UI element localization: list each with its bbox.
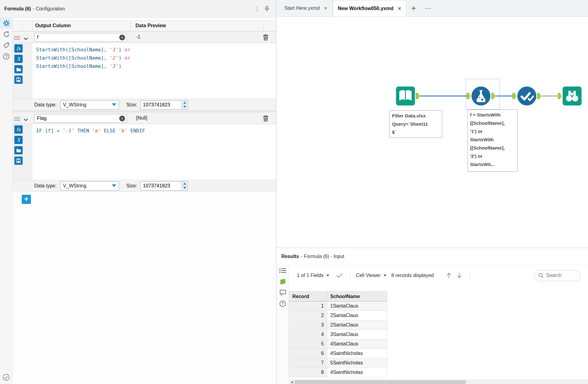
record-cell[interactable]: 3 bbox=[289, 320, 327, 330]
table-row[interactable]: 84SaintNicholas bbox=[289, 368, 387, 377]
fields-dropdown[interactable]: 1 of 1 Fields bbox=[297, 273, 329, 278]
close-tab-icon[interactable]: × bbox=[324, 5, 327, 12]
schoolname-cell[interactable]: 4SantaClaus bbox=[327, 339, 387, 349]
search-box[interactable] bbox=[534, 270, 581, 281]
schoolname-cell[interactable]: 2SantaClaus bbox=[327, 311, 387, 320]
schoolname-cell[interactable]: 3SantaClaus bbox=[327, 330, 387, 339]
folder-icon[interactable] bbox=[14, 65, 23, 73]
record-column-header[interactable]: Record bbox=[289, 292, 327, 301]
delete-expression-icon[interactable] bbox=[263, 115, 269, 123]
run-refresh-icon[interactable] bbox=[0, 29, 13, 40]
record-cell[interactable]: 1 bbox=[289, 301, 327, 311]
arrow-down-icon[interactable] bbox=[454, 270, 464, 281]
table-row[interactable]: 43SantaClaus bbox=[289, 330, 387, 339]
spinner-up-icon[interactable] bbox=[182, 101, 187, 105]
help-icon[interactable]: ? bbox=[276, 298, 289, 309]
new-tab-button[interactable]: + bbox=[406, 0, 421, 17]
cell-viewer-dropdown[interactable]: Cell Viewer bbox=[356, 273, 386, 278]
clear-icon[interactable]: × bbox=[119, 116, 125, 121]
record-cell[interactable]: 6 bbox=[289, 349, 327, 358]
table-row[interactable]: 64SaintNicholas bbox=[289, 349, 387, 358]
size-field[interactable] bbox=[140, 181, 182, 190]
functions-fx-icon[interactable]: fx bbox=[14, 44, 23, 53]
spinner-down-icon[interactable] bbox=[182, 105, 187, 109]
results-table: Record SchoolName 11SantaClaus22SantaCla… bbox=[289, 291, 387, 377]
apply-check-icon[interactable] bbox=[334, 270, 345, 281]
chevron-down-icon[interactable] bbox=[24, 117, 28, 122]
table-row[interactable]: 54SantaClaus bbox=[289, 339, 387, 349]
tool-browse[interactable] bbox=[562, 86, 582, 106]
save-icon[interactable] bbox=[14, 157, 23, 165]
arrow-up-icon[interactable] bbox=[444, 270, 454, 281]
kebab-menu-icon[interactable]: ⋮ bbox=[252, 4, 262, 14]
chevron-down-icon[interactable] bbox=[24, 36, 28, 41]
drag-handle-icon[interactable] bbox=[14, 35, 20, 41]
validation-check-icon bbox=[2, 374, 10, 382]
record-cell[interactable]: 5 bbox=[289, 339, 327, 349]
add-expression-button[interactable]: + bbox=[22, 195, 31, 204]
workflow-tab-bar: Start Here.yxmd × New Workflow050.yxmd ×… bbox=[276, 0, 588, 17]
workflow-canvas[interactable]: Filter Data.xlsx Query=`Sheet11 $` f = S… bbox=[276, 17, 588, 248]
folder-icon[interactable] bbox=[14, 146, 23, 154]
table-row[interactable]: 75SaintNicholas bbox=[289, 358, 387, 368]
record-cell[interactable]: 2 bbox=[289, 311, 327, 320]
help-icon[interactable]: ? bbox=[0, 51, 13, 62]
size-spinner[interactable] bbox=[182, 181, 188, 190]
data-type-dropdown[interactable]: V_WString bbox=[60, 181, 119, 190]
scrollbar-thumb[interactable] bbox=[294, 380, 466, 384]
tool-annotation-formula[interactable]: f = StartsWith ([SchoolName], '1') or St… bbox=[468, 109, 518, 172]
record-cell[interactable]: 8 bbox=[289, 368, 327, 377]
tool-formula[interactable] bbox=[471, 86, 491, 106]
schoolname-cell[interactable]: 4SaintNicholas bbox=[327, 349, 387, 358]
records-list-icon[interactable] bbox=[276, 265, 289, 276]
tool-input-data[interactable] bbox=[396, 86, 415, 106]
tool-checkmark[interactable] bbox=[517, 86, 537, 106]
record-cell[interactable]: 7 bbox=[289, 358, 327, 368]
gear-icon[interactable] bbox=[0, 18, 13, 29]
formula-expression-editor[interactable]: StartsWith([SchoolName], '1') orStartsWi… bbox=[32, 43, 276, 99]
pin-icon[interactable] bbox=[262, 4, 272, 14]
scroll-left-icon[interactable]: ◀ bbox=[289, 379, 294, 384]
record-cell[interactable]: 4 bbox=[289, 330, 327, 339]
formula-editor-block: fx X StartsWith([SchoolName], '1') orSta… bbox=[13, 43, 276, 99]
close-tab-icon[interactable]: × bbox=[398, 5, 401, 12]
variables-x-icon[interactable]: X bbox=[14, 55, 23, 63]
size-spinner[interactable] bbox=[182, 100, 188, 109]
output-column-field[interactable]: × bbox=[34, 114, 127, 123]
schoolname-column-header[interactable]: SchoolName bbox=[327, 292, 387, 301]
variables-x-icon[interactable]: X bbox=[14, 136, 23, 144]
more-tabs-button[interactable]: ⋯ bbox=[421, 0, 436, 17]
table-row[interactable]: 22SantaClaus bbox=[289, 311, 387, 320]
editor-gutter: fx X bbox=[13, 43, 32, 99]
drag-handle-icon[interactable] bbox=[14, 116, 20, 122]
data-view-icon[interactable] bbox=[276, 276, 289, 287]
clear-icon[interactable]: × bbox=[119, 35, 125, 40]
output-column-input[interactable] bbox=[35, 35, 119, 40]
functions-fx-icon[interactable]: fx bbox=[14, 125, 23, 134]
schoolname-cell[interactable]: 2SantaClaus bbox=[327, 320, 387, 330]
schoolname-cell[interactable]: 1SantaClaus bbox=[327, 301, 387, 311]
size-input[interactable] bbox=[141, 182, 182, 190]
data-type-dropdown[interactable]: V_WString bbox=[60, 100, 119, 109]
search-input[interactable] bbox=[546, 273, 577, 278]
table-row[interactable]: 32SantaClaus bbox=[289, 320, 387, 330]
output-column-field[interactable]: × bbox=[34, 33, 127, 42]
tag-icon[interactable] bbox=[0, 40, 13, 51]
formula-expression-editor[interactable]: IF [f] = '-1' THEN 'a' ELSE 'b' ENDIF bbox=[32, 124, 276, 180]
tab-start-here[interactable]: Start Here.yxmd × bbox=[279, 0, 333, 17]
delete-expression-icon[interactable] bbox=[263, 34, 269, 42]
table-row[interactable]: 11SantaClaus bbox=[289, 301, 387, 311]
size-field[interactable] bbox=[140, 100, 182, 109]
output-column-input[interactable] bbox=[35, 116, 119, 121]
tab-new-workflow050[interactable]: New Workflow050.yxmd × bbox=[333, 0, 406, 17]
horizontal-scrollbar[interactable]: ◀ bbox=[289, 379, 588, 384]
size-input[interactable] bbox=[141, 101, 182, 109]
spinner-down-icon[interactable] bbox=[182, 186, 187, 190]
schoolname-cell[interactable]: 5SaintNicholas bbox=[327, 358, 387, 368]
message-bubble-icon[interactable] bbox=[276, 287, 289, 298]
configuration-sidebar: ? bbox=[0, 18, 13, 384]
tool-annotation-input[interactable]: Filter Data.xlsx Query=`Sheet11 $` bbox=[390, 110, 442, 138]
save-icon[interactable] bbox=[14, 76, 23, 84]
spinner-up-icon[interactable] bbox=[182, 182, 187, 186]
schoolname-cell[interactable]: 4SaintNicholas bbox=[327, 368, 387, 377]
